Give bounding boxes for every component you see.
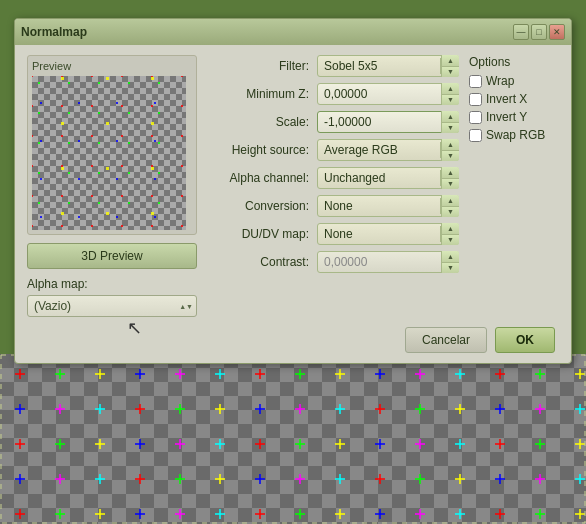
contrast-input[interactable] — [317, 251, 459, 273]
alpha-map-select-wrapper: (Vazio) — [27, 295, 197, 317]
cursor-icon: ↖ — [127, 317, 142, 339]
contrast-spinner: ▲ ▼ — [441, 251, 459, 273]
invert-y-row: Invert Y — [469, 110, 559, 124]
scale-label: Scale: — [207, 115, 317, 129]
minimum-z-label: Minimum Z: — [207, 87, 317, 101]
dudv-map-row: DU/DV map: None ▲ ▼ — [207, 223, 459, 245]
left-panel: Preview 3D Preview Alpha map: (Vazio) — [27, 55, 197, 317]
preview-image — [32, 76, 186, 230]
minimum-z-up[interactable]: ▲ — [442, 83, 459, 95]
alpha-channel-label: Alpha channel: — [207, 171, 317, 185]
minimum-z-row: Minimum Z: ▲ ▼ — [207, 83, 459, 105]
title-buttons: — □ ✕ — [513, 24, 565, 40]
alpha-channel-select[interactable]: Unchanged — [317, 167, 459, 189]
options-label: Options — [469, 55, 559, 69]
alpha-channel-row: Alpha channel: Unchanged ▲ ▼ — [207, 167, 459, 189]
filter-field: Sobel 5x5 ▲ ▼ — [317, 55, 459, 77]
minimum-z-field: ▲ ▼ — [317, 83, 459, 105]
dialog: Normalmap — □ ✕ Preview 3D Preview — [14, 18, 572, 364]
invert-x-label: Invert X — [486, 92, 527, 106]
alpha-map-label: Alpha map: — [27, 277, 197, 291]
scale-down[interactable]: ▼ — [442, 123, 459, 134]
minimize-button[interactable]: — — [513, 24, 529, 40]
height-source-label: Height source: — [207, 143, 317, 157]
preview-label: Preview — [32, 60, 192, 72]
wrap-row: Wrap — [469, 74, 559, 88]
height-source-select[interactable]: Average RGB — [317, 139, 459, 161]
swap-rgb-label: Swap RGB — [486, 128, 545, 142]
scale-row: Scale: ▲ ▼ — [207, 111, 459, 133]
3d-preview-button[interactable]: 3D Preview — [27, 243, 197, 269]
height-source-field: Average RGB ▲ ▼ — [317, 139, 459, 161]
scale-input[interactable] — [317, 111, 459, 133]
swap-rgb-row: Swap RGB — [469, 128, 559, 142]
swap-rgb-checkbox[interactable] — [469, 129, 482, 142]
alpha-map-select[interactable]: (Vazio) — [27, 295, 197, 317]
wrap-label: Wrap — [486, 74, 514, 88]
contrast-label: Contrast: — [207, 255, 317, 269]
ok-button[interactable]: OK — [495, 327, 555, 353]
scale-spinner: ▲ ▼ — [441, 111, 459, 133]
preview-overlay — [32, 76, 186, 230]
maximize-button[interactable]: □ — [531, 24, 547, 40]
dudv-map-field: None ▲ ▼ — [317, 223, 459, 245]
dialog-body: Preview 3D Preview Alpha map: (Vazio) — [15, 45, 571, 363]
contrast-up[interactable]: ▲ — [442, 251, 459, 263]
dudv-map-label: DU/DV map: — [207, 227, 317, 241]
contrast-row: Contrast: ▲ ▼ — [207, 251, 459, 273]
minimum-z-down[interactable]: ▼ — [442, 95, 459, 106]
main-row: Preview 3D Preview Alpha map: (Vazio) — [27, 55, 559, 317]
center-panel: Filter: Sobel 5x5 ▲ ▼ Minimum Z: — [207, 55, 459, 317]
alpha-channel-field: Unchanged ▲ ▼ — [317, 167, 459, 189]
preview-group: Preview — [27, 55, 197, 235]
invert-x-row: Invert X — [469, 92, 559, 106]
minimum-z-spinner: ▲ ▼ — [441, 83, 459, 105]
conversion-label: Conversion: — [207, 199, 317, 213]
dudv-map-select[interactable]: None — [317, 223, 459, 245]
filter-row: Filter: Sobel 5x5 ▲ ▼ — [207, 55, 459, 77]
height-source-row: Height source: Average RGB ▲ ▼ — [207, 139, 459, 161]
conversion-field: None ▲ ▼ — [317, 195, 459, 217]
right-panel: Options Wrap Invert X Invert Y Swap RGB — [469, 55, 559, 317]
close-button[interactable]: ✕ — [549, 24, 565, 40]
invert-y-checkbox[interactable] — [469, 111, 482, 124]
title-bar: Normalmap — □ ✕ — [15, 19, 571, 45]
conversion-select[interactable]: None — [317, 195, 459, 217]
scale-up[interactable]: ▲ — [442, 111, 459, 123]
buttons-row: ↖ Cancelar OK — [27, 327, 559, 353]
wrap-checkbox[interactable] — [469, 75, 482, 88]
cancel-button[interactable]: Cancelar — [405, 327, 487, 353]
filter-label: Filter: — [207, 59, 317, 73]
invert-y-label: Invert Y — [486, 110, 527, 124]
filter-select[interactable]: Sobel 5x5 — [317, 55, 459, 77]
conversion-row: Conversion: None ▲ ▼ — [207, 195, 459, 217]
contrast-field: ▲ ▼ — [317, 251, 459, 273]
contrast-down[interactable]: ▼ — [442, 263, 459, 274]
invert-x-checkbox[interactable] — [469, 93, 482, 106]
minimum-z-input[interactable] — [317, 83, 459, 105]
scale-field: ▲ ▼ — [317, 111, 459, 133]
dialog-title: Normalmap — [21, 25, 87, 39]
